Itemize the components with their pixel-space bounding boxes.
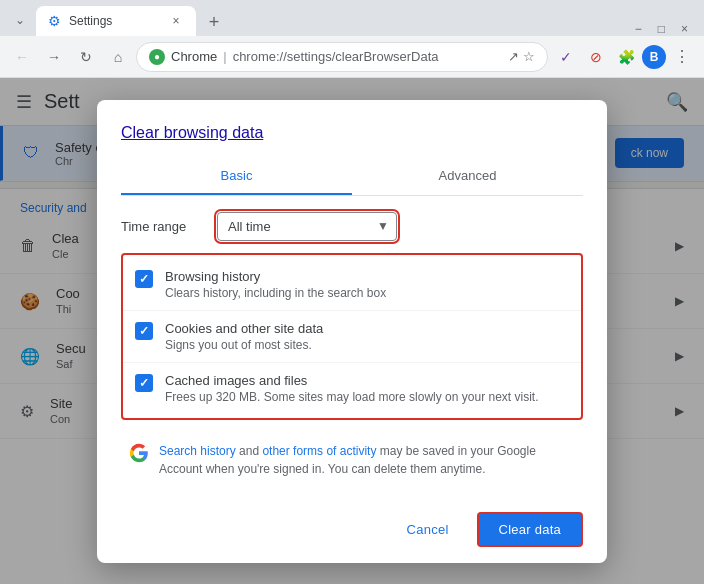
cached-title: Cached images and files: [165, 373, 569, 388]
tab-advanced[interactable]: Advanced: [352, 158, 583, 195]
browsing-history-desc: Clears history, including in the search …: [165, 286, 569, 300]
checkmark-icon-3: ✓: [139, 376, 149, 390]
tab-settings-icon: ⚙: [48, 13, 61, 29]
dialog-tabs: Basic Advanced: [121, 158, 583, 196]
new-tab-icon: +: [209, 12, 220, 33]
cookies-title: Cookies and other site data: [165, 321, 569, 336]
time-range-label: Time range: [121, 219, 201, 234]
modal-overlay: Clear browsing data Basic Advanced Time …: [0, 78, 704, 584]
extensions-icon[interactable]: 🧩: [612, 43, 640, 71]
back-button[interactable]: ←: [8, 43, 36, 71]
browser-window: ⌄ ⚙ Settings × + − □ × ← → ↻ ⌂ ● Chrome …: [0, 0, 704, 584]
refresh-button[interactable]: ↻: [72, 43, 100, 71]
clear-browsing-data-dialog: Clear browsing data Basic Advanced Time …: [97, 100, 607, 563]
google-logo-icon: [129, 443, 149, 463]
tab-basic[interactable]: Basic: [121, 158, 352, 195]
cached-text: Cached images and files Frees up 320 MB.…: [165, 373, 569, 404]
checkmark-icon: ✓: [139, 272, 149, 286]
toolbar-icons: ✓ ⊘ 🧩 B ⋮: [552, 43, 696, 71]
avast-icon[interactable]: ✓: [552, 43, 580, 71]
site-security-icon: ●: [149, 49, 165, 65]
tab-close-icon[interactable]: ×: [168, 13, 184, 29]
google-notice: Search history and other forms of activi…: [121, 432, 583, 488]
forward-button[interactable]: →: [40, 43, 68, 71]
adblock-icon[interactable]: ⊘: [582, 43, 610, 71]
address-site-name: Chrome: [171, 49, 217, 64]
minimize-button[interactable]: −: [635, 22, 642, 36]
profile-icon[interactable]: B: [642, 45, 666, 69]
browsing-history-checkbox[interactable]: ✓: [135, 270, 153, 288]
cached-desc: Frees up 320 MB. Some sites may load mor…: [165, 390, 569, 404]
browsing-history-text: Browsing history Clears history, includi…: [165, 269, 569, 300]
time-range-row: Time range Last hour Last 24 hours Last …: [121, 212, 583, 241]
home-button[interactable]: ⌂: [104, 43, 132, 71]
tab-settings-label: Settings: [69, 14, 112, 28]
cookies-desc: Signs you out of most sites.: [165, 338, 569, 352]
google-notice-and: and: [239, 444, 262, 458]
share-icon[interactable]: ↗: [508, 49, 519, 64]
cookies-text: Cookies and other site data Signs you ou…: [165, 321, 569, 352]
checkboxes-section: ✓ Browsing history Clears history, inclu…: [121, 253, 583, 420]
tab-list-chevron[interactable]: ⌄: [8, 8, 32, 32]
cached-checkbox[interactable]: ✓: [135, 374, 153, 392]
settings-tab[interactable]: ⚙ Settings ×: [36, 6, 196, 36]
cookies-checkbox[interactable]: ✓: [135, 322, 153, 340]
address-separator: |: [223, 49, 226, 64]
address-url: chrome://settings/clearBrowserData: [233, 49, 439, 64]
clear-data-button[interactable]: Clear data: [477, 512, 583, 547]
browsing-history-title: Browsing history: [165, 269, 569, 284]
close-button[interactable]: ×: [681, 22, 688, 36]
search-history-link[interactable]: Search history: [159, 444, 236, 458]
google-notice-text: Search history and other forms of activi…: [159, 442, 575, 478]
new-tab-button[interactable]: +: [200, 8, 228, 36]
bookmark-icon[interactable]: ☆: [523, 49, 535, 64]
address-bar-row: ← → ↻ ⌂ ● Chrome | chrome://settings/cle…: [0, 36, 704, 78]
cached-item: ✓ Cached images and files Frees up 320 M…: [123, 362, 581, 414]
cancel-button[interactable]: Cancel: [387, 512, 469, 547]
page-content: ☰ Sett 🔍 🛡 Safety che Chr ck now Securit…: [0, 78, 704, 584]
maximize-button[interactable]: □: [658, 22, 665, 36]
address-box[interactable]: ● Chrome | chrome://settings/clearBrowse…: [136, 42, 548, 72]
menu-icon[interactable]: ⋮: [668, 43, 696, 71]
dialog-actions: Cancel Clear data: [121, 504, 583, 547]
checkmark-icon-2: ✓: [139, 324, 149, 338]
window-controls: − □ ×: [635, 22, 696, 36]
browsing-history-item: ✓ Browsing history Clears history, inclu…: [123, 259, 581, 310]
cookies-item: ✓ Cookies and other site data Signs you …: [123, 310, 581, 362]
time-range-select-wrapper: Last hour Last 24 hours Last 7 days Last…: [217, 212, 397, 241]
time-range-select[interactable]: Last hour Last 24 hours Last 7 days Last…: [217, 212, 397, 241]
dialog-title: Clear browsing data: [121, 124, 583, 142]
other-activity-link[interactable]: other forms of activity: [262, 444, 376, 458]
